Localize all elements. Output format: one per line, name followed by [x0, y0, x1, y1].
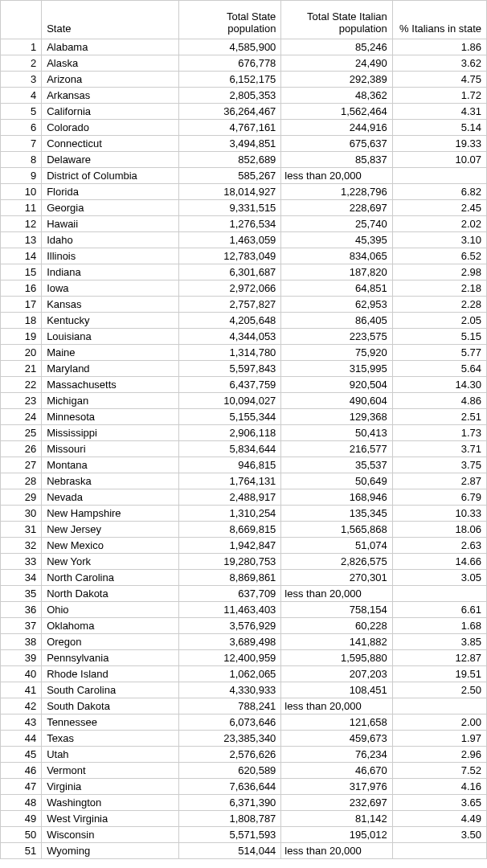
italian-population: 50,413	[281, 425, 392, 441]
italian-population: 459,673	[281, 731, 392, 747]
row-index: 44	[1, 731, 42, 747]
state-name: West Virginia	[42, 811, 178, 827]
percent-italians: 14.66	[392, 554, 486, 570]
table-row: 38Oregon3,689,498141,8823.85	[1, 634, 487, 650]
total-population: 3,494,851	[178, 136, 281, 152]
italian-population: less than 20,000	[281, 698, 392, 714]
percent-italians: 4.75	[392, 72, 486, 88]
total-population: 10,094,027	[178, 393, 281, 409]
total-population: 36,264,467	[178, 104, 281, 120]
table-row: 12Hawaii1,276,53425,7402.02	[1, 216, 487, 232]
percent-italians: 18.06	[392, 522, 486, 538]
percent-italians: 1.73	[392, 425, 486, 441]
state-name: North Carolina	[42, 570, 178, 586]
row-index: 21	[1, 361, 42, 377]
total-population: 6,152,175	[178, 72, 281, 88]
row-index: 45	[1, 747, 42, 763]
table-row: 28Nebraska1,764,13150,6492.87	[1, 473, 487, 489]
total-population: 12,783,049	[178, 248, 281, 264]
table-row: 30New Hampshire1,310,254135,34510.33	[1, 506, 487, 522]
italian-population: 1,565,868	[281, 522, 392, 538]
table-row: 37Oklahoma3,576,92960,2281.68	[1, 618, 487, 634]
percent-italians: 3.71	[392, 441, 486, 457]
italian-population: 76,234	[281, 747, 392, 763]
total-population: 6,073,646	[178, 714, 281, 731]
table-row: 1Alabama4,585,90085,2461.86	[1, 39, 487, 55]
italian-population: less than 20,000	[281, 843, 392, 859]
percent-italians	[392, 843, 486, 859]
row-index: 50	[1, 827, 42, 843]
percent-italians: 14.30	[392, 377, 486, 393]
italian-population: 62,953	[281, 297, 392, 313]
table-row: 27Montana946,81535,5373.75	[1, 457, 487, 473]
table-row: 23Michigan10,094,027490,6044.86	[1, 393, 487, 409]
row-index: 49	[1, 811, 42, 827]
percent-italians: 2.87	[392, 473, 486, 489]
row-index: 34	[1, 570, 42, 586]
row-index: 16	[1, 280, 42, 297]
row-index: 12	[1, 216, 42, 232]
percent-italians	[392, 168, 486, 184]
percent-italians: 1.72	[392, 88, 486, 104]
row-index: 41	[1, 682, 42, 698]
row-index: 39	[1, 650, 42, 666]
table-row: 51Wyoming514,044less than 20,000	[1, 843, 487, 859]
italian-population: 317,976	[281, 779, 392, 795]
table-row: 44Texas23,385,340459,6731.97	[1, 731, 487, 747]
percent-italians: 4.49	[392, 811, 486, 827]
italian-population: 45,395	[281, 232, 392, 248]
row-index: 7	[1, 136, 42, 152]
state-name: New Jersey	[42, 522, 178, 538]
total-population: 3,689,498	[178, 634, 281, 650]
italian-population: 834,065	[281, 248, 392, 264]
table-row: 15Indiana6,301,687187,8202.98	[1, 264, 487, 280]
row-index: 27	[1, 457, 42, 473]
italian-population: 46,670	[281, 763, 392, 779]
state-name: Kansas	[42, 297, 178, 313]
total-population: 4,767,161	[178, 120, 281, 136]
row-index: 28	[1, 473, 42, 489]
row-index: 38	[1, 634, 42, 650]
italian-population: 920,504	[281, 377, 392, 393]
table-row: 34North Carolina8,869,861270,3013.05	[1, 570, 487, 586]
percent-italians: 1.86	[392, 39, 486, 55]
italian-population: 35,537	[281, 457, 392, 473]
row-index: 17	[1, 297, 42, 313]
italian-population: 232,697	[281, 795, 392, 811]
italian-population: 64,851	[281, 280, 392, 297]
row-index: 6	[1, 120, 42, 136]
table-row: 16Iowa2,972,06664,8512.18	[1, 280, 487, 297]
row-index: 24	[1, 409, 42, 425]
row-index: 5	[1, 104, 42, 120]
table-row: 41South Carolina4,330,933108,4512.50	[1, 682, 487, 698]
italian-population: 187,820	[281, 264, 392, 280]
italian-population: 81,142	[281, 811, 392, 827]
state-name: Virginia	[42, 779, 178, 795]
table-row: 7Connecticut3,494,851675,63719.33	[1, 136, 487, 152]
state-name: Wyoming	[42, 843, 178, 859]
state-name: Minnesota	[42, 409, 178, 425]
total-population: 676,778	[178, 55, 281, 72]
row-index: 33	[1, 554, 42, 570]
state-name: Florida	[42, 184, 178, 200]
total-population: 4,585,900	[178, 39, 281, 55]
italian-population: 244,916	[281, 120, 392, 136]
table-row: 43Tennessee6,073,646121,6582.00	[1, 714, 487, 731]
percent-italians: 3.62	[392, 55, 486, 72]
total-population: 1,310,254	[178, 506, 281, 522]
italian-population: 2,826,575	[281, 554, 392, 570]
percent-italians: 2.18	[392, 280, 486, 297]
header-total-population: Total State population	[178, 1, 281, 39]
total-population: 11,463,403	[178, 602, 281, 618]
total-population: 620,589	[178, 763, 281, 779]
table-row: 21Maryland5,597,843315,9955.64	[1, 361, 487, 377]
percent-italians: 6.61	[392, 602, 486, 618]
italian-population: 195,012	[281, 827, 392, 843]
percent-italians: 19.33	[392, 136, 486, 152]
italian-population: 228,697	[281, 200, 392, 216]
table-row: 17Kansas2,757,82762,9532.28	[1, 297, 487, 313]
state-name: Alaska	[42, 55, 178, 72]
percent-italians: 5.77	[392, 345, 486, 361]
row-index: 4	[1, 88, 42, 104]
total-population: 6,437,759	[178, 377, 281, 393]
